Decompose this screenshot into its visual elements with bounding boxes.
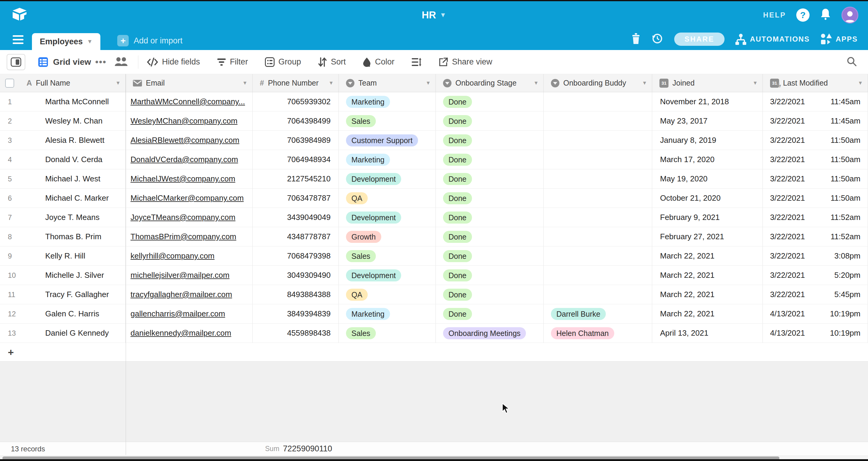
base-name-menu[interactable]: HR ▼ (422, 9, 446, 21)
help-question-icon[interactable]: ? (796, 8, 809, 22)
cell-full-name[interactable]: Michelle J. Silver (19, 266, 126, 285)
cell-onboarding-stage[interactable]: Done (436, 169, 544, 188)
cell-team[interactable]: Customer Support (339, 131, 436, 150)
cell-phone[interactable]: 7063984989 (253, 131, 339, 150)
view-switcher[interactable]: Grid view (38, 57, 91, 67)
cell-last-modified[interactable]: 3/22/20215:20pm (763, 266, 868, 285)
user-avatar[interactable] (841, 7, 858, 24)
cell-full-name[interactable]: Martha McConnell (19, 92, 126, 111)
cell-onboarding-stage[interactable]: Done (436, 227, 544, 246)
cell-onboarding-buddy[interactable] (544, 189, 652, 208)
cell-phone[interactable]: 7064948934 (253, 150, 339, 169)
cell-onboarding-buddy[interactable] (544, 131, 652, 150)
cell-full-name[interactable]: Galen C. Harris (19, 304, 126, 323)
cell-email[interactable]: MarthaWMcConnell@company... (126, 92, 253, 111)
cell-last-modified[interactable]: 3/22/202111:50am (763, 189, 868, 208)
cell-joined[interactable]: March 17, 2020 (652, 150, 763, 169)
search-icon[interactable] (846, 56, 857, 68)
cell-full-name[interactable]: Donald V. Cerda (19, 150, 126, 169)
cell-full-name[interactable]: Daniel G Kennedy (19, 324, 126, 343)
hamburger-menu-icon[interactable] (13, 35, 24, 44)
airtable-logo-icon[interactable] (11, 7, 28, 23)
cell-team[interactable]: Sales (339, 112, 436, 130)
color-button[interactable]: Color (363, 57, 395, 67)
share-button[interactable]: SHARE (674, 33, 724, 46)
cell-joined[interactable]: February 9, 2021 (652, 208, 763, 227)
cell-email[interactable]: DonaldVCerda@company.com (126, 150, 253, 169)
row-number[interactable]: 11 (0, 285, 19, 304)
history-icon[interactable] (651, 33, 663, 46)
cell-full-name[interactable]: Michael J. West (19, 169, 126, 188)
cell-joined[interactable]: November 21, 2018 (652, 92, 763, 111)
column-header-onboarding-buddy[interactable]: Onboarding Buddy▼ (544, 74, 652, 92)
column-header-phone-number[interactable]: #Phone Number▼ (253, 74, 339, 92)
cell-email[interactable]: michellejsilver@mailper.com (126, 266, 253, 285)
cell-onboarding-stage[interactable]: Done (436, 150, 544, 169)
cell-onboarding-stage[interactable]: Done (436, 112, 544, 130)
cell-team[interactable]: Growth (339, 227, 436, 246)
cell-full-name[interactable]: Thomas B. Prim (19, 227, 126, 246)
row-number[interactable]: 2 (0, 112, 19, 130)
cell-last-modified[interactable]: 3/22/20215:45pm (763, 285, 868, 304)
cell-email[interactable]: JoyceTMeans@company.com (126, 208, 253, 227)
toggle-view-sidebar-button[interactable] (7, 54, 25, 70)
cell-joined[interactable]: March 22, 2021 (652, 304, 763, 323)
cell-team[interactable]: Sales (339, 246, 436, 266)
row-number[interactable]: 3 (0, 131, 19, 150)
column-header-full-name[interactable]: AFull Name▼ (19, 74, 126, 92)
frozen-column-divider[interactable] (126, 74, 126, 455)
cell-team[interactable]: Development (339, 169, 436, 188)
cell-onboarding-stage[interactable]: Done (436, 304, 544, 323)
cell-last-modified[interactable]: 3/22/202111:50am (763, 131, 868, 150)
cell-joined[interactable]: February 27, 2021 (652, 227, 763, 246)
cell-team[interactable]: Marketing (339, 92, 436, 111)
column-menu-caret[interactable]: ▼ (752, 80, 758, 86)
cell-onboarding-buddy[interactable] (544, 246, 652, 266)
cell-email[interactable]: kellyrhill@company.com (126, 246, 253, 266)
row-number[interactable]: 13 (0, 324, 19, 343)
cell-onboarding-buddy[interactable] (544, 208, 652, 227)
cell-team[interactable]: Marketing (339, 304, 436, 323)
cell-last-modified[interactable]: 3/22/202111:52am (763, 227, 868, 246)
column-menu-caret[interactable]: ▼ (642, 80, 647, 86)
cell-email[interactable]: gallencharris@mailper.com (126, 304, 253, 323)
cell-email[interactable]: ThomasBPrim@company.com (126, 227, 253, 246)
cell-phone[interactable]: 2127545210 (253, 169, 339, 188)
cell-onboarding-stage[interactable]: Onboarding Meetings (436, 324, 544, 343)
view-options-ellipsis[interactable]: ••• (95, 57, 107, 67)
cell-onboarding-buddy[interactable] (544, 266, 652, 285)
cell-joined[interactable]: March 22, 2021 (652, 246, 763, 266)
column-menu-caret[interactable]: ▼ (533, 80, 538, 86)
cell-onboarding-buddy[interactable] (544, 112, 652, 130)
row-number[interactable]: 5 (0, 169, 19, 188)
filter-button[interactable]: Filter (217, 57, 248, 67)
column-header-onboarding-stage[interactable]: Onboarding Stage▼ (436, 74, 544, 92)
cell-full-name[interactable]: Tracy F. Gallagher (19, 285, 126, 304)
cell-full-name[interactable]: Alesia R. Blewett (19, 131, 126, 150)
cell-team[interactable]: QA (339, 189, 436, 208)
cell-full-name[interactable]: Kelly R. Hill (19, 246, 126, 266)
cell-onboarding-buddy[interactable] (544, 150, 652, 169)
chevron-down-icon[interactable]: ▼ (87, 38, 93, 45)
hide-fields-button[interactable]: Hide fields (147, 57, 200, 67)
add-record-row[interactable]: + (0, 343, 868, 362)
cell-onboarding-buddy[interactable]: Helen Chatman (544, 324, 652, 343)
select-all-checkbox[interactable] (5, 79, 14, 88)
cell-email[interactable]: tracyfgallagher@mailper.com (126, 285, 253, 304)
cell-onboarding-stage[interactable]: Done (436, 285, 544, 304)
cell-joined[interactable]: October 21, 2020 (652, 189, 763, 208)
column-header-email[interactable]: Email▼ (126, 74, 253, 92)
cell-email[interactable]: MichaelJWest@company.com (126, 169, 253, 188)
cell-onboarding-stage[interactable]: Done (436, 208, 544, 227)
cell-joined[interactable]: May 23, 2017 (652, 112, 763, 130)
cell-phone[interactable]: 3849394839 (253, 304, 339, 323)
sort-button[interactable]: Sort (318, 57, 346, 67)
cell-team[interactable]: Sales (339, 324, 436, 343)
column-menu-caret[interactable]: ▼ (329, 80, 334, 86)
cell-onboarding-stage[interactable]: Done (436, 92, 544, 111)
cell-last-modified[interactable]: 3/22/202111:52am (763, 208, 868, 227)
cell-full-name[interactable]: Michael C. Marker (19, 189, 126, 208)
cell-team[interactable]: Development (339, 266, 436, 285)
cell-joined[interactable]: May 19, 2020 (652, 169, 763, 188)
row-height-button[interactable] (411, 58, 422, 67)
